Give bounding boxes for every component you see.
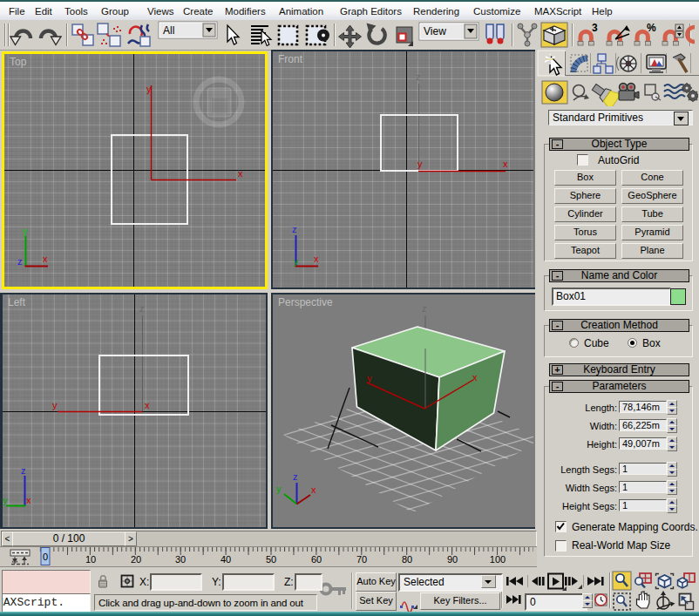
svg-text:x: x — [26, 495, 31, 505]
svg-text:%: % — [647, 22, 656, 34]
svg-text:y: y — [276, 484, 282, 494]
svg-text:y: y — [23, 226, 28, 236]
svg-text:x: x — [503, 159, 508, 169]
svg-text:z: z — [292, 224, 297, 234]
svg-text:y: y — [367, 373, 372, 383]
svg-text:x: x — [238, 168, 243, 179]
svg-text:y: y — [3, 495, 8, 505]
svg-text:View: View — [424, 25, 446, 37]
svg-text:y: y — [294, 256, 299, 267]
svg-text:z: z — [293, 471, 298, 482]
svg-text:80: 80 — [402, 554, 412, 565]
svg-text:z: z — [17, 256, 23, 267]
svg-text:50: 50 — [266, 554, 276, 565]
svg-text:20: 20 — [131, 554, 141, 565]
svg-text:70: 70 — [356, 554, 367, 565]
svg-text:x: x — [311, 484, 316, 495]
svg-text:40: 40 — [221, 554, 231, 565]
svg-text:60: 60 — [311, 554, 322, 565]
svg-text:3: 3 — [592, 22, 598, 34]
svg-text:0: 0 — [43, 552, 48, 562]
svg-text:100: 100 — [490, 554, 506, 565]
svg-text:y: y — [146, 84, 152, 94]
svg-text:x: x — [314, 254, 319, 264]
svg-text:z: z — [422, 303, 427, 314]
svg-text:90: 90 — [447, 554, 458, 565]
svg-text:y: y — [417, 159, 423, 169]
svg-text:z: z — [139, 303, 145, 314]
svg-text:x: x — [472, 372, 478, 382]
svg-text:30: 30 — [175, 554, 186, 565]
svg-text:z: z — [21, 465, 26, 476]
svg-text:10: 10 — [85, 554, 96, 565]
svg-text:x: x — [43, 254, 48, 264]
svg-text:All: All — [163, 24, 174, 37]
svg-text:z: z — [416, 71, 421, 82]
svg-text:x: x — [145, 400, 150, 410]
svg-text:y: y — [52, 400, 58, 410]
